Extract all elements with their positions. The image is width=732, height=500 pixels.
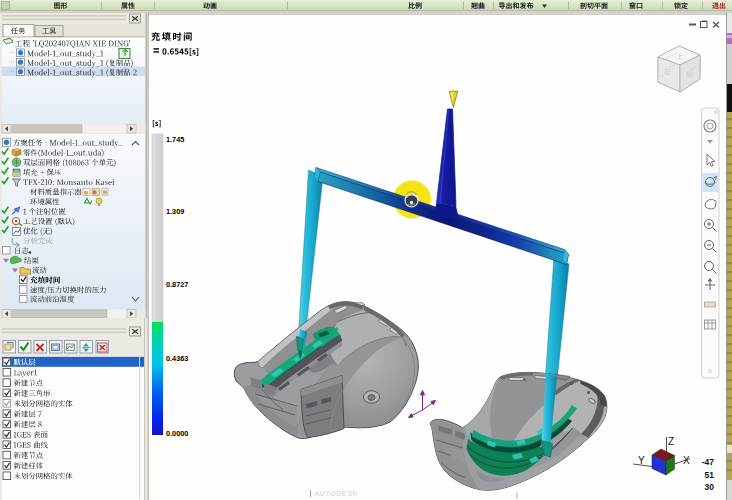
- svg-text:X: X: [683, 455, 690, 466]
- svg-text:Y: Y: [638, 455, 645, 466]
- svg-text:1.309: 1.309: [166, 207, 184, 216]
- svg-text:51: 51: [705, 470, 715, 480]
- svg-text:-47: -47: [702, 457, 715, 467]
- svg-text:0.4363: 0.4363: [166, 354, 188, 363]
- svg-text:0.8727: 0.8727: [166, 280, 188, 289]
- svg-text:0.0000: 0.0000: [166, 429, 188, 438]
- svg-text:30: 30: [705, 482, 715, 492]
- svg-text:AUTODESK: AUTODESK: [315, 490, 358, 497]
- svg-text:Z: Z: [668, 436, 674, 447]
- svg-text:1.745: 1.745: [166, 135, 184, 144]
